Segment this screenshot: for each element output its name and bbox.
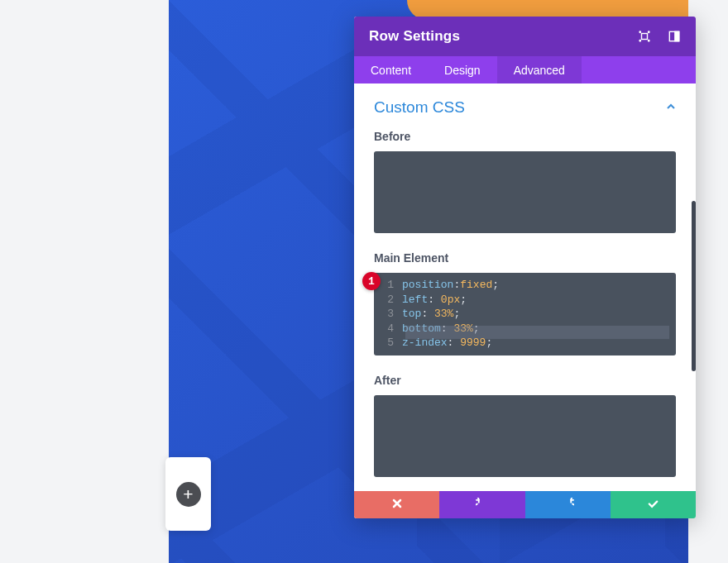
after-code-input[interactable] bbox=[374, 395, 676, 477]
svg-point-1 bbox=[639, 31, 640, 32]
main-element-code-input[interactable]: 1 1position:fixed; 2left: 0px; 3top: 33%… bbox=[374, 273, 676, 355]
chevron-up-icon bbox=[666, 101, 676, 114]
tab-content[interactable]: Content bbox=[354, 56, 428, 83]
panel-header: Row Settings bbox=[354, 17, 696, 56]
code-line: 2left: 0px; bbox=[382, 293, 668, 308]
undo-button[interactable] bbox=[439, 491, 524, 518]
svg-point-4 bbox=[649, 41, 649, 41]
cancel-button[interactable] bbox=[354, 491, 439, 518]
panel-body: Custom CSS Before Main Element 1 1positi… bbox=[354, 83, 696, 491]
plus-icon: + bbox=[176, 482, 201, 507]
code-line: 3top: 33%; bbox=[382, 307, 668, 322]
section-title-label: Custom CSS bbox=[374, 98, 465, 117]
tab-advanced[interactable]: Advanced bbox=[497, 56, 582, 83]
code-line: 1position:fixed; bbox=[382, 278, 668, 293]
redo-icon bbox=[562, 498, 574, 513]
redo-button[interactable] bbox=[525, 491, 611, 518]
section-custom-css[interactable]: Custom CSS bbox=[374, 98, 676, 117]
code-line: 5z-index: 9999; bbox=[382, 336, 668, 351]
after-label: After bbox=[374, 374, 676, 387]
save-button[interactable] bbox=[611, 491, 696, 518]
annotation-badge-1: 1 bbox=[362, 272, 381, 290]
snap-right-icon[interactable] bbox=[668, 30, 681, 43]
svg-point-3 bbox=[639, 41, 640, 41]
before-code-input[interactable] bbox=[374, 151, 676, 233]
before-label: Before bbox=[374, 130, 676, 143]
svg-rect-6 bbox=[675, 31, 679, 41]
panel-header-actions bbox=[638, 30, 681, 43]
main-element-label: Main Element bbox=[374, 251, 676, 265]
panel-scroll-area: Custom CSS Before Main Element 1 1positi… bbox=[354, 83, 696, 491]
tab-design[interactable]: Design bbox=[428, 56, 497, 83]
tabs: Content Design Advanced bbox=[354, 56, 696, 83]
settings-panel: Row Settings Content Design Ad bbox=[354, 17, 696, 518]
svg-point-2 bbox=[649, 31, 649, 32]
close-icon bbox=[391, 498, 403, 512]
svg-rect-0 bbox=[642, 34, 648, 40]
panel-footer bbox=[354, 491, 696, 518]
add-section-card[interactable]: + bbox=[165, 457, 211, 531]
check-icon bbox=[647, 498, 659, 513]
expand-icon[interactable] bbox=[638, 30, 651, 43]
undo-icon bbox=[476, 498, 488, 513]
panel-title: Row Settings bbox=[369, 28, 638, 45]
